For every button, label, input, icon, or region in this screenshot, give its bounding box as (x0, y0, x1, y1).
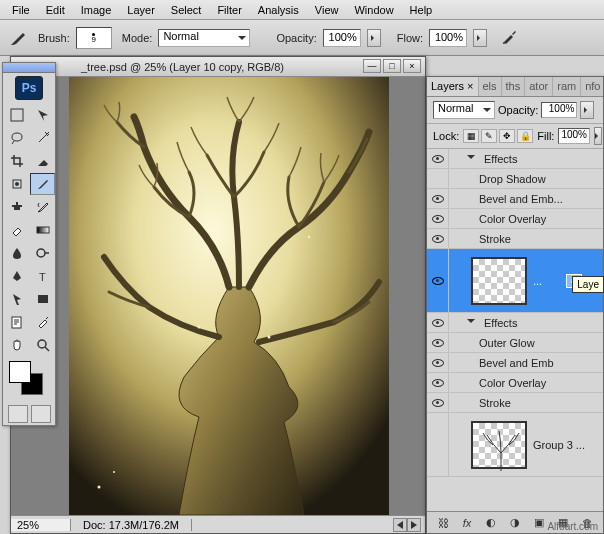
menu-select[interactable]: Select (163, 2, 210, 18)
slice-tool-icon[interactable] (30, 150, 55, 172)
window-minimize-button[interactable]: — (363, 59, 381, 73)
layer-thumbnail[interactable] (471, 421, 527, 469)
layer-name[interactable]: ... (533, 275, 542, 287)
brush-preset-picker[interactable]: 9 (76, 27, 112, 49)
menu-edit[interactable]: Edit (38, 2, 73, 18)
layer-name[interactable]: Group 3 ... (533, 439, 585, 451)
effects-header[interactable]: Effects (427, 313, 603, 333)
shape-tool-icon[interactable] (30, 288, 55, 310)
visibility-toggle-icon[interactable] (432, 319, 444, 327)
lock-position-icon[interactable]: ✥ (499, 129, 515, 143)
healing-brush-tool-icon[interactable] (4, 173, 29, 195)
layer-opacity-flyout[interactable] (580, 101, 594, 119)
tab-layers[interactable]: Layers × (427, 77, 479, 97)
tab-histogram[interactable]: ram (553, 77, 581, 96)
visibility-toggle-icon[interactable] (432, 215, 444, 223)
magic-wand-tool-icon[interactable] (30, 127, 55, 149)
lock-pixels-icon[interactable]: ✎ (481, 129, 497, 143)
tab-channels[interactable]: els (479, 77, 502, 96)
brush-tool-icon[interactable] (8, 28, 28, 48)
standard-mode-icon[interactable] (8, 405, 28, 423)
history-brush-tool-icon[interactable] (30, 196, 55, 218)
new-group-icon[interactable]: ▣ (530, 515, 548, 531)
tab-navigator[interactable]: ator (525, 77, 553, 96)
layer-style-icon[interactable]: fx (458, 515, 476, 531)
effects-header[interactable]: Effects (427, 149, 603, 169)
pen-tool-icon[interactable] (4, 265, 29, 287)
visibility-toggle-icon[interactable] (432, 359, 444, 367)
effect-outer-glow[interactable]: Outer Glow (427, 333, 603, 353)
effect-stroke[interactable]: Stroke (427, 393, 603, 413)
link-layers-icon[interactable]: ⛓ (434, 515, 452, 531)
tool-panel-grip[interactable] (3, 63, 55, 73)
blur-tool-icon[interactable] (4, 242, 29, 264)
quick-mask-mode-icon[interactable] (31, 405, 51, 423)
window-close-button[interactable]: × (403, 59, 421, 73)
visibility-toggle-icon[interactable] (432, 235, 444, 243)
window-maximize-button[interactable]: □ (383, 59, 401, 73)
lock-all-icon[interactable]: 🔒 (517, 129, 533, 143)
visibility-toggle-icon[interactable] (432, 155, 444, 163)
layer-fill-flyout[interactable] (594, 127, 602, 145)
menu-help[interactable]: Help (402, 2, 441, 18)
layer-row-group[interactable]: Group 3 ... (427, 413, 603, 477)
effect-stroke[interactable]: Stroke (427, 229, 603, 249)
effect-bevel-emboss[interactable]: Bevel and Emb (427, 353, 603, 373)
adjustment-layer-icon[interactable]: ◑ (506, 515, 524, 531)
visibility-toggle-icon[interactable] (432, 379, 444, 387)
photoshop-logo-icon[interactable]: Ps (15, 76, 43, 100)
type-tool-icon[interactable]: T (30, 265, 55, 287)
opacity-input[interactable]: 100% (323, 29, 361, 47)
document-info[interactable]: Doc: 17.3M/176.2M (71, 519, 192, 531)
hand-tool-icon[interactable] (4, 334, 29, 356)
color-swatches[interactable] (3, 357, 55, 403)
layer-blend-mode-select[interactable]: Normal (433, 101, 495, 119)
effect-color-overlay[interactable]: Color Overlay (427, 373, 603, 393)
visibility-toggle-icon[interactable] (432, 277, 444, 285)
layer-mask-icon[interactable]: ◐ (482, 515, 500, 531)
flow-flyout-button[interactable] (473, 29, 487, 47)
zoom-input[interactable]: 25% (11, 519, 71, 531)
crop-tool-icon[interactable] (4, 150, 29, 172)
marquee-tool-icon[interactable] (4, 104, 29, 126)
layer-opacity-input[interactable]: 100% (541, 102, 577, 118)
notes-tool-icon[interactable] (4, 311, 29, 333)
foreground-color-swatch[interactable] (9, 361, 31, 383)
visibility-toggle-icon[interactable] (432, 195, 444, 203)
dodge-tool-icon[interactable] (30, 242, 55, 264)
eyedropper-tool-icon[interactable] (30, 311, 55, 333)
menu-filter[interactable]: Filter (209, 2, 249, 18)
move-tool-icon[interactable] (30, 104, 55, 126)
menu-layer[interactable]: Layer (119, 2, 163, 18)
brush-tool-icon[interactable] (30, 173, 55, 195)
layer-fill-input[interactable]: 100% (558, 128, 590, 144)
effect-drop-shadow[interactable]: Drop Shadow (427, 169, 603, 189)
lock-transparency-icon[interactable]: ▦ (463, 129, 479, 143)
tab-info[interactable]: nfo (581, 77, 603, 96)
opacity-flyout-button[interactable] (367, 29, 381, 47)
effect-bevel-emboss[interactable]: Bevel and Emb... (427, 189, 603, 209)
menu-file[interactable]: File (4, 2, 38, 18)
tab-paths[interactable]: ths (502, 77, 526, 96)
menu-image[interactable]: Image (73, 2, 120, 18)
menu-view[interactable]: View (307, 2, 347, 18)
menu-window[interactable]: Window (346, 2, 401, 18)
clone-stamp-tool-icon[interactable] (4, 196, 29, 218)
menu-analysis[interactable]: Analysis (250, 2, 307, 18)
layer-list[interactable]: Effects Drop Shadow Bevel and Emb... Col… (427, 149, 603, 499)
lasso-tool-icon[interactable] (4, 127, 29, 149)
eraser-tool-icon[interactable] (4, 219, 29, 241)
blend-mode-select[interactable]: Normal (158, 29, 250, 47)
gradient-tool-icon[interactable] (30, 219, 55, 241)
effect-color-overlay[interactable]: Color Overlay (427, 209, 603, 229)
scroll-right-button[interactable] (407, 518, 421, 532)
visibility-toggle-icon[interactable] (432, 339, 444, 347)
path-selection-tool-icon[interactable] (4, 288, 29, 310)
flow-input[interactable]: 100% (429, 29, 467, 47)
zoom-tool-icon[interactable] (30, 334, 55, 356)
airbrush-icon[interactable] (501, 28, 521, 48)
layer-thumbnail[interactable] (471, 257, 527, 305)
canvas[interactable] (69, 77, 389, 515)
visibility-toggle-icon[interactable] (432, 399, 444, 407)
scroll-left-button[interactable] (393, 518, 407, 532)
